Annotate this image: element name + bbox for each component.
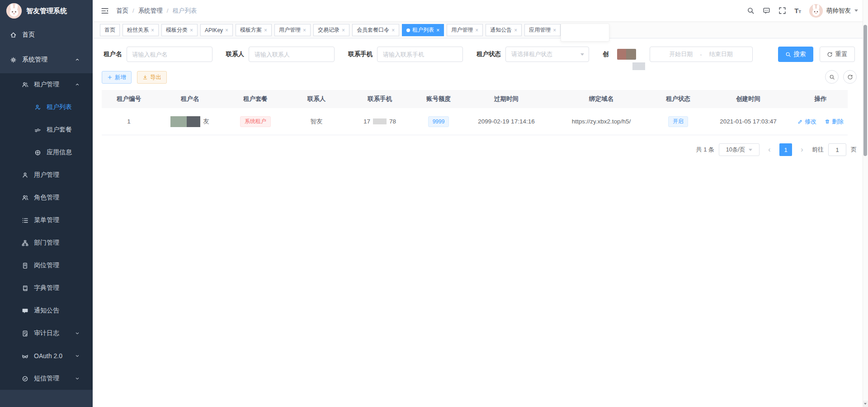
tab-app-mgmt[interactable]: 应用管理× bbox=[524, 24, 561, 36]
sidebar-item-app-info[interactable]: 应用信息 bbox=[0, 141, 93, 164]
sidebar-item-sms[interactable]: 短信管理 bbox=[0, 367, 93, 390]
close-tab-icon[interactable]: × bbox=[475, 28, 478, 33]
dict-book-icon bbox=[22, 285, 28, 292]
status-select[interactable]: 请选择租户状态 bbox=[505, 47, 589, 62]
delete-button[interactable]: 删除 bbox=[825, 118, 844, 126]
scroll-down-button[interactable] bbox=[863, 401, 868, 407]
cell-status: 开启 bbox=[653, 116, 703, 127]
redaction-block bbox=[373, 118, 387, 124]
page-number-button[interactable]: 1 bbox=[779, 143, 792, 156]
sidebar-item-tenant-mgmt[interactable]: 租户管理 bbox=[0, 73, 93, 96]
close-tab-icon[interactable]: × bbox=[190, 28, 193, 33]
scrollbar[interactable] bbox=[863, 0, 868, 407]
page-size-select[interactable]: 10条/页 bbox=[719, 143, 760, 156]
tenant-name-input[interactable] bbox=[127, 47, 212, 62]
tab-tenant-list[interactable]: 租户列表× bbox=[402, 24, 444, 36]
close-tab-icon[interactable]: × bbox=[514, 28, 517, 33]
scrollbar-thumb[interactable] bbox=[863, 25, 867, 156]
sidebar-item-tenant-package[interactable]: 租户套餐 bbox=[0, 118, 93, 141]
redaction-block bbox=[170, 116, 200, 127]
search-button[interactable]: 搜索 bbox=[778, 47, 813, 62]
sidebar-item-label: 租户列表 bbox=[47, 103, 72, 111]
logo: 智友管理系统 bbox=[0, 0, 93, 22]
refresh-button[interactable] bbox=[843, 70, 857, 84]
tab-trade-records[interactable]: 交易记录× bbox=[313, 24, 349, 36]
redaction-block bbox=[617, 49, 636, 60]
close-tab-icon[interactable]: × bbox=[436, 28, 439, 33]
tab-member-package[interactable]: 会员套餐口令× bbox=[352, 24, 399, 36]
breadcrumb-current: 租户列表 bbox=[173, 7, 197, 15]
menu-fold-icon[interactable] bbox=[101, 7, 109, 15]
quota-tag: 9999 bbox=[428, 116, 449, 127]
sidebar-item-label: 租户管理 bbox=[34, 80, 59, 89]
breadcrumb-home[interactable]: 首页 bbox=[116, 7, 128, 15]
cell-domain: https://zy.xbx2.top/h5/ bbox=[549, 118, 653, 125]
close-tab-icon[interactable]: × bbox=[392, 28, 395, 33]
prev-page-button[interactable]: ‹ bbox=[764, 143, 775, 156]
sidebar-item-tenant-list[interactable]: 租户列表 bbox=[0, 96, 93, 118]
sidebar-item-dict-mgmt[interactable]: 字典管理 bbox=[0, 277, 93, 299]
breadcrumb-separator: / bbox=[132, 7, 134, 14]
sidebar-item-audit-log[interactable]: 审计日志 bbox=[0, 322, 93, 345]
export-button[interactable]: 导出 bbox=[137, 71, 167, 84]
audit-log-icon bbox=[22, 330, 28, 337]
sidebar-item-label: 角色管理 bbox=[34, 194, 59, 202]
message-icon[interactable] bbox=[763, 7, 770, 14]
dept-tree-icon bbox=[22, 240, 28, 246]
tab-template-plan[interactable]: 模板方案× bbox=[236, 24, 272, 36]
search-form: 租户名 联系人 联系手机 租户状态 请选择租户状态 bbox=[93, 38, 868, 62]
close-tab-icon[interactable]: × bbox=[151, 28, 154, 33]
close-tab-icon[interactable]: × bbox=[303, 28, 306, 33]
close-tab-icon[interactable]: × bbox=[225, 28, 228, 33]
refresh-icon bbox=[827, 52, 833, 57]
tab-user-mgmt-1[interactable]: 用户管理× bbox=[274, 24, 311, 36]
sidebar-item-label: 首页 bbox=[22, 31, 35, 39]
redaction-block bbox=[632, 62, 645, 70]
breadcrumb-system[interactable]: 系统管理 bbox=[138, 7, 163, 15]
contact-label: 联系人 bbox=[226, 50, 245, 58]
phone-input[interactable] bbox=[377, 47, 463, 62]
tab-fans[interactable]: 粉丝关系× bbox=[123, 24, 159, 36]
tab-template-category[interactable]: 模板分类× bbox=[161, 24, 198, 36]
close-tab-icon[interactable]: × bbox=[264, 28, 267, 33]
sidebar-item-label: 审计日志 bbox=[34, 329, 59, 337]
sidebar-item-label: 系统管理 bbox=[22, 56, 47, 64]
sidebar-item-post-mgmt[interactable]: 岗位管理 bbox=[0, 254, 93, 277]
tab-user-mgmt-2[interactable]: 用户管理× bbox=[447, 24, 483, 36]
contact-input[interactable] bbox=[249, 47, 335, 62]
total-count: 共 1 条 bbox=[696, 146, 714, 154]
close-tab-icon[interactable]: × bbox=[553, 28, 556, 33]
tab-notice[interactable]: 通知公告× bbox=[486, 24, 522, 36]
cell-tenant-name: 友 bbox=[156, 116, 224, 127]
sidebar-item-notice[interactable]: 通知公告 bbox=[0, 299, 93, 322]
toggle-search-button[interactable] bbox=[825, 70, 839, 84]
add-button[interactable]: 新增 bbox=[102, 71, 132, 84]
next-page-button[interactable]: › bbox=[797, 143, 807, 156]
fullscreen-icon[interactable] bbox=[778, 7, 786, 14]
sidebar-item-dept-mgmt[interactable]: 部门管理 bbox=[0, 232, 93, 254]
tenant-users-icon bbox=[22, 81, 28, 88]
reset-button[interactable]: 重置 bbox=[820, 47, 855, 62]
tab-apikey[interactable]: APIKey× bbox=[200, 24, 233, 36]
goto-page-input[interactable] bbox=[828, 143, 846, 156]
sidebar-item-user-mgmt[interactable]: 用户管理 bbox=[0, 164, 93, 186]
search-icon[interactable] bbox=[747, 7, 755, 14]
sidebar-item-role-mgmt[interactable]: 角色管理 bbox=[0, 186, 93, 209]
content: 租户名 联系人 联系手机 租户状态 请选择租户状态 bbox=[93, 38, 868, 407]
logo-avatar bbox=[6, 3, 22, 19]
sidebar-item-home[interactable]: 首页 bbox=[0, 24, 93, 46]
sidebar-item-label: 通知公告 bbox=[34, 307, 59, 315]
date-range-picker[interactable]: 开始日期 - 结束日期 bbox=[650, 47, 753, 62]
sidebar-item-label: 岗位管理 bbox=[34, 261, 59, 270]
package-tag: 系统租户 bbox=[240, 116, 271, 127]
sidebar-item-system[interactable]: 系统管理 bbox=[0, 46, 93, 73]
close-tab-icon[interactable]: × bbox=[342, 28, 345, 33]
app-title: 智友管理系统 bbox=[26, 7, 67, 15]
tab-home[interactable]: 首页 bbox=[100, 24, 120, 36]
user-menu[interactable]: 萌帅智友 bbox=[809, 4, 858, 18]
edit-button[interactable]: 修改 bbox=[797, 118, 816, 126]
col-header: 租户名 bbox=[156, 95, 224, 103]
font-size-icon[interactable]: T T bbox=[794, 7, 801, 14]
sidebar-item-oauth[interactable]: OAuth 2.0 bbox=[0, 345, 93, 367]
sidebar-item-menu-mgmt[interactable]: 菜单管理 bbox=[0, 209, 93, 232]
